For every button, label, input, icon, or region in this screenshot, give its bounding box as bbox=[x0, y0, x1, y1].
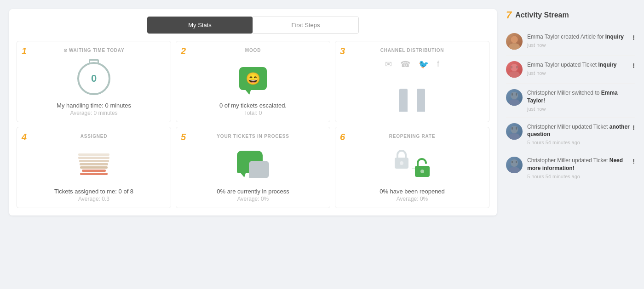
card-sub-waiting: Average: 0 minutes bbox=[70, 110, 117, 116]
card-stat-mood: 0 of my tickets escalated. bbox=[219, 102, 287, 109]
activity-content-4: Christopher Miller updated Ticket anothe… bbox=[527, 123, 635, 146]
tab-first-steps[interactable]: First Steps bbox=[253, 17, 359, 34]
card-icon-mood: 😄 bbox=[239, 59, 267, 97]
svg-point-20 bbox=[509, 167, 520, 173]
activity-text-5: Christopher Miller updated Ticket Need m… bbox=[527, 157, 635, 172]
card-sub-process: Average: 0% bbox=[237, 196, 269, 202]
svg-point-8 bbox=[509, 71, 520, 78]
stats-row-2: 4 ASSIGNED Tickets assigned bbox=[17, 127, 489, 208]
stat-card-waiting-time: 1 ⊘ WAITING TIME TODAY 0 My handling tim… bbox=[17, 41, 171, 122]
tab-my-stats[interactable]: My Stats bbox=[147, 17, 253, 34]
tabs-container: My Stats First Steps bbox=[147, 17, 359, 34]
card-title-3: CHANNEL DISTRIBUTION bbox=[380, 48, 444, 53]
stack-line-4 bbox=[80, 163, 108, 165]
activity-time-4: 5 hours 54 minutes ago bbox=[527, 140, 635, 145]
avatar-emma-1 bbox=[506, 33, 523, 50]
svg-point-19 bbox=[511, 159, 518, 167]
activity-item-3: Christopher Miller switched to Emma Tayl… bbox=[506, 84, 635, 118]
activity-item-5: Christopher Miller updated Ticket Need m… bbox=[506, 151, 635, 185]
activity-text-3: Christopher Miller switched to Emma Tayl… bbox=[527, 89, 635, 105]
svg-rect-21 bbox=[512, 161, 513, 163]
activity-alert-5: ! bbox=[632, 158, 635, 165]
timer-value: 0 bbox=[91, 73, 97, 85]
channel-bar-2 bbox=[417, 89, 425, 112]
chat-icon bbox=[237, 151, 269, 178]
card-title-4: ASSIGNED bbox=[80, 134, 108, 139]
card-sub-assigned: Average: 0.3 bbox=[78, 196, 109, 202]
card-sub-reopen: Average: 0% bbox=[397, 196, 428, 202]
reopen-icon: → bbox=[394, 149, 431, 179]
svg-point-12 bbox=[509, 99, 520, 106]
avatar-chris-2 bbox=[506, 123, 523, 140]
svg-rect-10 bbox=[516, 66, 518, 68]
card-icon-reopen: → bbox=[394, 145, 431, 183]
svg-point-5 bbox=[509, 43, 520, 50]
svg-rect-22 bbox=[516, 161, 517, 163]
card-badge-6: 6 bbox=[340, 132, 345, 142]
svg-rect-9 bbox=[511, 66, 512, 68]
activity-title: Activity Stream bbox=[515, 11, 569, 19]
activity-text-2: Emma Taylor updated Ticket Inquiry bbox=[527, 61, 635, 69]
svg-rect-17 bbox=[512, 127, 513, 130]
svg-point-16 bbox=[509, 133, 520, 140]
svg-point-15 bbox=[511, 126, 518, 133]
svg-rect-13 bbox=[512, 93, 513, 96]
activity-item-2: Emma Taylor updated Ticket Inquiry just … bbox=[506, 56, 635, 84]
stack-line-red-2 bbox=[80, 173, 108, 175]
activity-item-4: Christopher Miller updated Ticket anothe… bbox=[506, 118, 635, 152]
open-lock-icon bbox=[414, 158, 431, 179]
card-title-2: MOOD bbox=[245, 48, 261, 53]
card-badge-3: 3 bbox=[340, 46, 345, 57]
activity-time-3: just now bbox=[527, 106, 635, 112]
svg-rect-14 bbox=[516, 93, 517, 96]
card-stat-waiting: My handling time: 0 minutes bbox=[57, 102, 131, 109]
stack-icon bbox=[78, 153, 109, 175]
stack-line-5 bbox=[80, 166, 108, 169]
facebook-channel-icon: f bbox=[437, 59, 439, 69]
activity-text-4: Christopher Miller updated Ticket anothe… bbox=[527, 123, 635, 139]
card-icon-chat bbox=[237, 145, 269, 183]
activity-text-1: Emma Taylor created Article for Inquiry bbox=[527, 33, 635, 41]
main-layout: My Stats First Steps 1 ⊘ WAITING TIME TO… bbox=[9, 9, 635, 215]
channel-bar-1 bbox=[399, 89, 408, 112]
card-badge-4: 4 bbox=[22, 132, 27, 142]
activity-count-badge: 7 bbox=[506, 9, 512, 21]
card-title-5: YOUR TICKETS IN PROCESS bbox=[217, 134, 289, 139]
svg-point-1 bbox=[400, 161, 403, 165]
mood-icon: 😄 bbox=[239, 67, 267, 90]
activity-item-1: Emma Taylor created Article for Inquiry … bbox=[506, 28, 635, 56]
card-badge-2: 2 bbox=[181, 46, 186, 57]
activity-alert-2: ! bbox=[632, 62, 635, 69]
mood-face-icon: 😄 bbox=[246, 73, 260, 85]
closed-lock-icon bbox=[394, 149, 409, 171]
avatar-emma-2 bbox=[506, 61, 523, 78]
svg-point-11 bbox=[511, 92, 518, 99]
stat-card-reopen: 6 REOPENING RATE bbox=[335, 127, 489, 208]
timer-icon: 0 bbox=[77, 62, 110, 95]
card-stat-process: 0% are currently in process bbox=[217, 188, 289, 195]
card-title-6: REOPENING RATE bbox=[389, 134, 435, 139]
channel-bars bbox=[399, 84, 425, 112]
activity-time-2: just now bbox=[527, 70, 635, 76]
stack-line-2 bbox=[78, 157, 109, 159]
channel-icons: ✉ ☎ 🐦 f bbox=[385, 59, 439, 69]
activity-panel: 7 Activity Stream Emma Taylor created Ar… bbox=[506, 9, 635, 215]
avatar-chris-1 bbox=[506, 89, 523, 106]
activity-alert-4: ! bbox=[632, 124, 635, 131]
activity-header: 7 Activity Stream bbox=[506, 9, 635, 21]
activity-alert-1: ! bbox=[632, 34, 635, 41]
activity-content-2: Emma Taylor updated Ticket Inquiry just … bbox=[527, 61, 635, 76]
activity-list: Emma Taylor created Article for Inquiry … bbox=[506, 28, 635, 185]
stat-card-assigned: 4 ASSIGNED Tickets assigned bbox=[17, 127, 171, 208]
stat-card-channel: 3 CHANNEL DISTRIBUTION ✉ ☎ 🐦 f bbox=[335, 41, 489, 122]
card-stat-assigned: Tickets assigned to me: 0 of 8 bbox=[54, 188, 133, 195]
card-icon-assigned bbox=[78, 145, 109, 183]
stack-line-red-1 bbox=[82, 170, 106, 172]
stat-card-in-process: 5 YOUR TICKETS IN PROCESS 0% are current… bbox=[176, 127, 330, 208]
card-badge-1: 1 bbox=[22, 46, 27, 57]
card-icon-timer: 0 bbox=[77, 59, 110, 97]
stack-line-3 bbox=[79, 160, 109, 162]
activity-content-3: Christopher Miller switched to Emma Tayl… bbox=[527, 89, 635, 112]
activity-time-1: just now bbox=[527, 42, 635, 48]
stats-row-1: 1 ⊘ WAITING TIME TODAY 0 My handling tim… bbox=[17, 41, 489, 122]
